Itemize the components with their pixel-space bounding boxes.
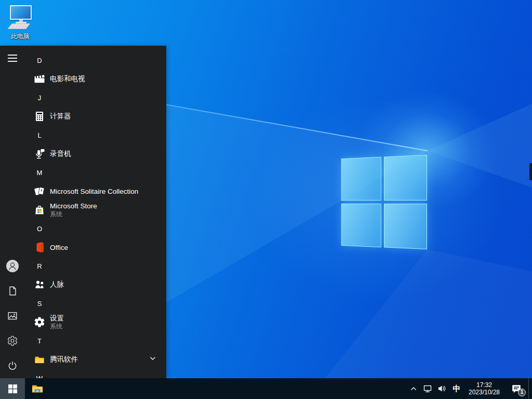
network-button[interactable] (420, 378, 435, 399)
section-header-o[interactable]: O (0, 219, 166, 238)
microsoft-store-icon (33, 204, 46, 216)
clock-date: 2023/10/28 (469, 389, 500, 396)
desktop-icon-this-pc[interactable]: 此电脑 (4, 4, 36, 41)
keyboard-shape (7, 23, 31, 29)
desktop-icon-label: 此电脑 (4, 32, 36, 41)
windows-flag-logo (341, 155, 427, 249)
section-header-l[interactable]: L (0, 126, 166, 144)
section-letter: W (33, 375, 46, 379)
section-letter: D (33, 57, 46, 64)
app-subtitle: 系统 (50, 323, 64, 330)
clock-time: 17:32 (476, 381, 492, 389)
network-icon (423, 384, 432, 393)
tray-overflow-button[interactable] (407, 378, 420, 399)
hamburger-icon (8, 55, 17, 62)
user-account-button[interactable] (0, 254, 25, 278)
document-icon (7, 285, 18, 297)
expand-menu-button[interactable] (0, 48, 25, 69)
app-item-tencent-folder[interactable]: 腾讯软件 (0, 350, 166, 369)
logo-pane (341, 157, 381, 201)
section-letter: L (33, 131, 46, 139)
people-icon (33, 278, 46, 291)
section-header-m[interactable]: M (0, 163, 166, 182)
pictures-button[interactable] (0, 303, 25, 328)
gear-icon (7, 335, 18, 347)
chevron-down-icon (150, 356, 156, 361)
solitaire-icon (33, 185, 46, 197)
notification-badge: 1 (518, 389, 526, 396)
folder-icon (33, 353, 46, 366)
calculator-icon (33, 110, 46, 123)
logo-pane (341, 204, 381, 247)
app-text: 设置 系统 (50, 314, 64, 330)
start-menu-rail (0, 46, 25, 378)
this-pc-icon (7, 4, 34, 31)
app-label: 人脉 (50, 280, 64, 289)
pictures-icon (7, 310, 18, 322)
office-icon (33, 241, 46, 254)
app-label: 设置 (50, 314, 64, 323)
app-label: 腾讯软件 (50, 355, 78, 364)
app-item-calculator[interactable]: 计算器 (0, 107, 166, 126)
app-item-office[interactable]: Office (0, 238, 166, 257)
taskbar: 中 17:32 2023/10/28 1 (0, 378, 532, 399)
windows-logo-icon (8, 384, 17, 393)
section-letter: S (33, 300, 46, 308)
section-header-d[interactable]: D (0, 51, 166, 70)
app-label: Microsoft Solitaire Collection (50, 188, 138, 195)
settings-gear-icon (33, 316, 46, 328)
monitor-shape (10, 5, 32, 20)
rail-settings-button[interactable] (0, 328, 25, 353)
start-menu-app-list: D 电影和电视 J (0, 46, 166, 378)
action-center-button[interactable]: 1 (504, 378, 528, 399)
app-item-settings[interactable]: 设置 系统 (0, 313, 166, 331)
app-text: Microsoft Store 系统 (50, 202, 97, 218)
power-button[interactable] (0, 353, 25, 378)
section-letter: J (33, 94, 46, 102)
documents-button[interactable] (0, 278, 25, 303)
windows-desktop: 此电脑 D (0, 0, 532, 399)
app-label: 录音机 (50, 149, 71, 158)
show-desktop-button[interactable] (528, 378, 532, 399)
section-letter: T (33, 337, 46, 345)
screen-edge-handle[interactable] (529, 163, 532, 180)
logo-pane (384, 155, 427, 201)
user-avatar-icon (6, 259, 19, 273)
app-item-people[interactable]: 人脉 (0, 275, 166, 294)
clock-button[interactable]: 17:32 2023/10/28 (464, 378, 504, 399)
file-explorer-button[interactable] (25, 378, 50, 399)
voice-recorder-icon (33, 148, 46, 160)
app-label: 电影和电视 (50, 74, 85, 84)
volume-button[interactable] (435, 378, 449, 399)
section-header-s[interactable]: S (0, 294, 166, 313)
movies-tv-icon (33, 73, 46, 85)
app-label: Microsoft Store (50, 202, 97, 210)
section-header-r[interactable]: R (0, 257, 166, 275)
app-label: 计算器 (50, 112, 71, 121)
app-item-voice-recorder[interactable]: 录音机 (0, 144, 166, 163)
section-header-t[interactable]: T (0, 331, 166, 350)
start-menu: D 电影和电视 J (0, 46, 166, 378)
system-tray: 中 17:32 2023/10/28 1 (407, 378, 532, 399)
section-header-w[interactable]: W (0, 369, 166, 378)
app-item-solitaire[interactable]: Microsoft Solitaire Collection (0, 182, 166, 201)
start-button[interactable] (0, 378, 25, 399)
app-item-microsoft-store[interactable]: Microsoft Store 系统 (0, 201, 166, 219)
section-letter: O (33, 225, 46, 233)
app-subtitle: 系统 (50, 210, 97, 218)
ime-label: 中 (453, 384, 461, 394)
app-item-movies-tv[interactable]: 电影和电视 (0, 70, 166, 88)
section-letter: M (33, 169, 46, 177)
app-label: Office (50, 244, 68, 251)
speaker-icon (437, 384, 447, 393)
chevron-up-icon (410, 387, 417, 391)
ime-indicator-button[interactable]: 中 (449, 378, 464, 399)
power-icon (7, 360, 18, 371)
logo-pane (384, 204, 427, 249)
file-explorer-icon (31, 382, 44, 395)
section-header-j[interactable]: J (0, 88, 166, 107)
section-letter: R (33, 262, 46, 270)
